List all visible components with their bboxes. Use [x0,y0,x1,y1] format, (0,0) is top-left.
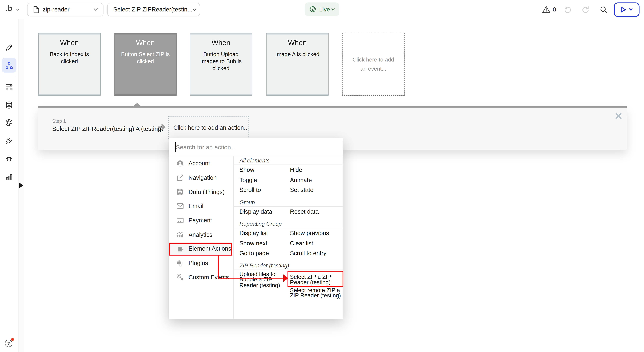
action-reset-data[interactable]: Reset data [290,208,343,215]
event-card-button-upload-images[interactable]: When Button Upload Images to Bub is clic… [190,33,252,96]
account-icon [175,160,184,167]
payment-icon [175,216,184,224]
annotation-connector-vertical-line [218,255,219,278]
category-account[interactable]: Account [169,156,233,171]
category-analytics[interactable]: Analytics [169,227,233,242]
event-title: When [190,38,252,47]
action-animate[interactable]: Animate [290,177,343,183]
action-scroll-to-entry[interactable]: Scroll to entry [290,250,343,257]
top-bar: .b zip-reader Select ZIP ZIPReader(testi… [0,0,644,19]
issue-count: 0 [553,6,556,13]
settings-gear-icon[interactable] [5,155,13,163]
section-header-group: Group [234,198,344,206]
category-email[interactable]: Email [169,199,233,213]
issue-checker[interactable]: 0 [542,0,556,19]
action-search-row [169,138,343,156]
logs-chart-icon[interactable] [5,173,13,181]
analytics-icon [175,231,184,238]
event-subtitle: Image A is clicked [266,51,328,58]
left-sidebar: ? [0,19,18,352]
workflow-selector-value: Select ZIP ZIPReader(testin... [113,6,192,13]
action-show-previous[interactable]: Show previous [290,230,343,236]
section-header-all-elements: All elements [234,156,344,165]
action-display-data[interactable]: Display data [240,208,290,215]
action-select-remote-zip-zip-reader[interactable]: Select remote ZIP a ZIP Reader (testing) [290,287,343,299]
category-plugins[interactable]: Plugins [169,256,233,270]
logo-chevron-down-icon[interactable] [16,8,20,11]
event-title: When [266,38,328,47]
preview-chevron-icon [629,8,633,11]
workflow-icon[interactable] [5,61,13,69]
help-icon[interactable]: ? [5,340,12,347]
annotation-box-element-actions [169,243,232,256]
navigation-icon [175,174,184,181]
search-button[interactable] [600,0,607,19]
event-card-image-a[interactable]: When Image A is clicked [266,33,328,96]
action-scroll-to[interactable]: Scroll to [240,187,290,193]
add-event-label: Click here to add an event... [342,55,404,73]
close-panel-icon[interactable] [615,113,622,119]
action-display-list[interactable]: Display list [240,230,290,236]
category-data-things[interactable]: Data (Things) [169,185,233,199]
event-title: When [115,38,176,47]
event-subtitle: Button Upload Images to Bub is clicked [190,51,252,72]
page-selector-value: zip-reader [43,6,70,13]
text-caret [175,142,176,152]
sidebar-divider [3,77,15,77]
action-toggle[interactable]: Toggle [240,177,290,183]
event-card-back-to-index[interactable]: When Back to Index is clicked [38,33,100,96]
step-number-label: Step 1 [52,119,66,123]
undo-button[interactable] [564,0,572,19]
pencil-icon[interactable] [5,43,13,52]
category-payment[interactable]: Payment [169,213,233,227]
action-go-to-page[interactable]: Go to page [240,250,290,257]
action-search-input[interactable] [169,138,343,156]
page-icon [33,6,39,13]
environment-chevron-icon [331,8,335,10]
annotation-connector-horizontal-line [218,278,284,279]
redo-button[interactable] [582,0,590,19]
workflow-selector[interactable]: Select ZIP ZIPReader(testin... [107,3,200,16]
add-event-placeholder[interactable]: Click here to add an event... [342,33,404,96]
step-panel-top-bar [38,106,627,108]
page-selector-chevron-icon [94,8,98,11]
event-subtitle: Button Select ZIP is clicked [115,51,176,65]
notification-dot [11,338,14,341]
event-card-button-select-zip[interactable]: When Button Select ZIP is clicked [114,33,177,96]
step-panel-pointer [133,103,141,106]
bubble-workflow-editor: .b zip-reader Select ZIP ZIPReader(testi… [0,0,644,352]
step-arrow-icon [158,123,166,131]
plugin-icon[interactable] [5,137,13,145]
page-selector[interactable]: zip-reader [27,3,104,16]
database-icon[interactable] [5,101,13,109]
action-hide[interactable]: Hide [290,167,343,173]
add-action-label: Click here to add an action... [169,124,249,131]
play-icon [620,6,626,12]
event-subtitle: Back to Index is clicked [38,51,100,65]
action-picker-dropdown: Account Navigation [169,138,343,319]
styles-palette-icon[interactable] [5,119,13,127]
category-navigation[interactable]: Navigation [169,171,233,185]
action-clear-list[interactable]: Clear list [290,240,343,246]
action-show[interactable]: Show [240,167,290,173]
category-custom-events[interactable]: Custom Events [169,270,233,284]
environment-label: Live [319,6,330,12]
workflow-selector-chevron-icon [192,8,197,11]
data-things-icon [175,188,184,196]
bubble-logo[interactable]: .b [5,4,12,13]
expand-panel-handle-icon[interactable] [19,182,23,188]
preview-button[interactable] [614,2,640,16]
add-action-placeholder[interactable]: Click here to add an action... [168,116,249,139]
environment-selector[interactable]: Live [305,2,339,16]
plugins-icon [175,259,184,267]
email-icon [175,202,184,210]
ui-builder-icon[interactable] [5,83,13,91]
action-upload-files-zip-reader[interactable]: Upload files to Bubble a ZIP Reader (tes… [240,271,290,288]
action-set-state[interactable]: Set state [290,187,343,193]
step-title[interactable]: Select ZIP ZIPReader(testing) A (testing… [52,125,164,132]
action-show-next[interactable]: Show next [240,240,290,246]
action-category-list: Account Navigation [169,156,234,319]
action-list: All elements Show Hide Toggle Animate Sc… [234,156,344,319]
globe-icon [309,6,316,13]
annotation-box-select-zip [288,271,344,287]
